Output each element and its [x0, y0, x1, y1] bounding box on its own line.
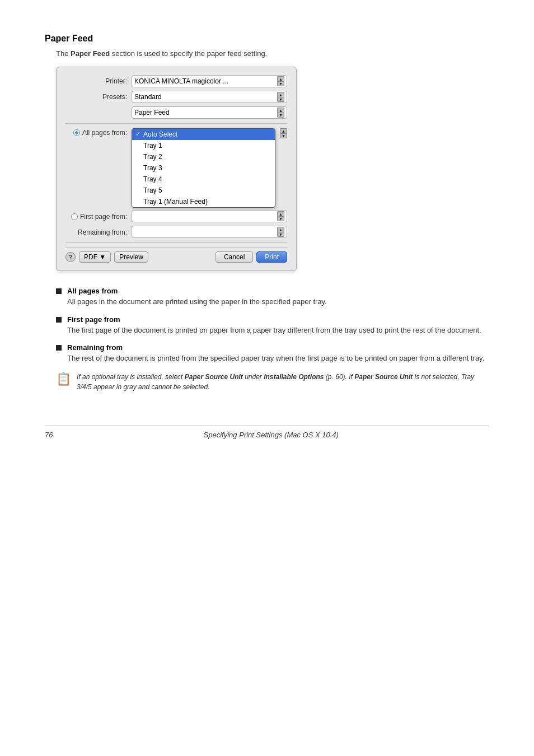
page-footer: 76 Specifying Print Settings (Mac OS X 1… — [45, 426, 489, 439]
first-page-stepper-down[interactable]: ▼ — [277, 216, 284, 221]
first-page-select[interactable]: ▲ ▼ — [132, 210, 287, 222]
bullet-square-1 — [56, 288, 62, 294]
first-page-stepper[interactable]: ▲ ▼ — [277, 211, 284, 221]
all-pages-row: All pages from: Auto Select Tray 1 Tray … — [65, 128, 287, 208]
bottom-left: ? PDF ▼ Preview — [65, 251, 148, 263]
first-page-radio[interactable] — [71, 213, 78, 220]
page-title: Paper Feed — [45, 34, 489, 44]
help-button[interactable]: ? — [65, 252, 76, 262]
bullet-square-3 — [56, 345, 62, 351]
tab-stepper-up[interactable]: ▲ — [277, 108, 284, 113]
presets-label: Presets: — [65, 93, 127, 101]
printer-stepper[interactable]: ▲ ▼ — [277, 76, 284, 86]
presets-select[interactable]: Standard ▲ ▼ — [132, 91, 287, 103]
bullet-content-2: First page from The first page of the do… — [67, 315, 489, 336]
print-button[interactable]: Print — [256, 251, 287, 263]
remaining-label-text: Remaining from: — [78, 228, 127, 236]
dropdown-item-auto-select[interactable]: Auto Select — [132, 129, 275, 140]
bullet-desc-3: The rest of the document is printed from… — [67, 353, 489, 364]
printer-stepper-up[interactable]: ▲ — [277, 76, 284, 81]
all-pages-stepper[interactable]: ▲ ▼ — [280, 128, 287, 138]
presets-stepper[interactable]: ▲ ▼ — [277, 92, 284, 102]
divider2 — [65, 242, 287, 243]
dropdown-item-tray1[interactable]: Tray 1 — [132, 140, 275, 151]
dropdown-item-tray4[interactable]: Tray 4 — [132, 174, 275, 185]
first-page-label: First page from: — [65, 212, 127, 221]
note-icon: 📋 — [56, 372, 71, 386]
printer-stepper-down[interactable]: ▼ — [277, 81, 284, 86]
dialog-bottom: ? PDF ▼ Preview Cancel Print — [65, 248, 287, 263]
pdf-button[interactable]: PDF ▼ — [79, 251, 111, 263]
printer-label: Printer: — [65, 77, 127, 85]
intro-text: The Paper Feed section is used to specif… — [56, 49, 489, 58]
note-box: 📋 If an optional tray is installed, sele… — [56, 372, 489, 392]
bullet-item-3: Remaining from The rest of the document … — [56, 343, 489, 364]
dialog-box: Printer: KONICA MINOLTA magicolor ... ▲ … — [56, 67, 297, 271]
remaining-row: Remaining from: ▲ ▼ — [65, 226, 287, 238]
printer-value: KONICA MINOLTA magicolor ... — [134, 77, 228, 85]
presets-stepper-down[interactable]: ▼ — [277, 97, 284, 102]
tab-row: Paper Feed ▲ ▼ — [65, 106, 287, 119]
all-pages-label-text: All pages from: — [82, 129, 127, 137]
bullet-content-3: Remaining from The rest of the document … — [67, 343, 489, 364]
all-pages-stepper-up[interactable]: ▲ — [280, 128, 287, 133]
bullet-desc-2: The first page of the document is printe… — [67, 325, 489, 336]
cancel-button[interactable]: Cancel — [216, 251, 253, 263]
all-pages-radio[interactable] — [73, 129, 80, 136]
bullet-title-3: Remaining from — [67, 343, 123, 352]
remaining-stepper-up[interactable]: ▲ — [277, 227, 284, 232]
remaining-label: Remaining from: — [65, 228, 127, 236]
dropdown-item-tray3[interactable]: Tray 3 — [132, 162, 275, 174]
all-pages-label: All pages from: — [65, 128, 127, 137]
bullet-square-2 — [56, 317, 62, 323]
printer-select[interactable]: KONICA MINOLTA magicolor ... ▲ ▼ — [132, 75, 287, 87]
dropdown-item-tray1-manual[interactable]: Tray 1 (Manual Feed) — [132, 196, 275, 207]
first-page-row: First page from: ▲ ▼ — [65, 210, 287, 222]
remaining-stepper-down[interactable]: ▼ — [277, 232, 284, 237]
tab-stepper-down[interactable]: ▼ — [277, 113, 284, 118]
tray-dropdown[interactable]: Auto Select Tray 1 Tray 2 Tray 3 Tray 4 … — [132, 128, 275, 208]
bottom-right: Cancel Print — [216, 251, 287, 263]
preview-button[interactable]: Preview — [114, 251, 148, 263]
note-text: If an optional tray is installed, select… — [77, 372, 489, 392]
remaining-stepper[interactable]: ▲ ▼ — [277, 227, 284, 237]
divider1 — [65, 123, 287, 124]
remaining-select[interactable]: ▲ ▼ — [132, 226, 287, 238]
presets-value: Standard — [134, 93, 162, 101]
bullet-item-2: First page from The first page of the do… — [56, 315, 489, 336]
presets-row: Presets: Standard ▲ ▼ — [65, 91, 287, 103]
tab-stepper[interactable]: ▲ ▼ — [277, 108, 284, 118]
first-page-label-text: First page from: — [80, 213, 127, 221]
bullet-content-1: All pages from All pages in the document… — [67, 287, 489, 307]
bullet-title-2: First page from — [67, 315, 120, 324]
tab-value: Paper Feed — [134, 109, 170, 116]
bullet-section: All pages from All pages in the document… — [56, 287, 489, 392]
dropdown-item-tray5[interactable]: Tray 5 — [132, 185, 275, 196]
first-page-stepper-up[interactable]: ▲ — [277, 211, 284, 216]
bullet-item-1: All pages from All pages in the document… — [56, 287, 489, 307]
printer-row: Printer: KONICA MINOLTA magicolor ... ▲ … — [65, 75, 287, 87]
bullet-title-1: All pages from — [67, 287, 118, 295]
dropdown-item-tray2[interactable]: Tray 2 — [132, 151, 275, 162]
tab-select[interactable]: Paper Feed ▲ ▼ — [132, 106, 287, 119]
footer-page-number: 76 — [45, 431, 53, 439]
all-pages-stepper-down[interactable]: ▼ — [280, 133, 287, 138]
bullet-desc-1: All pages in the document are printed us… — [67, 296, 489, 307]
footer-title: Specifying Print Settings (Mac OS X 10.4… — [53, 431, 489, 439]
presets-stepper-up[interactable]: ▲ — [277, 92, 284, 97]
